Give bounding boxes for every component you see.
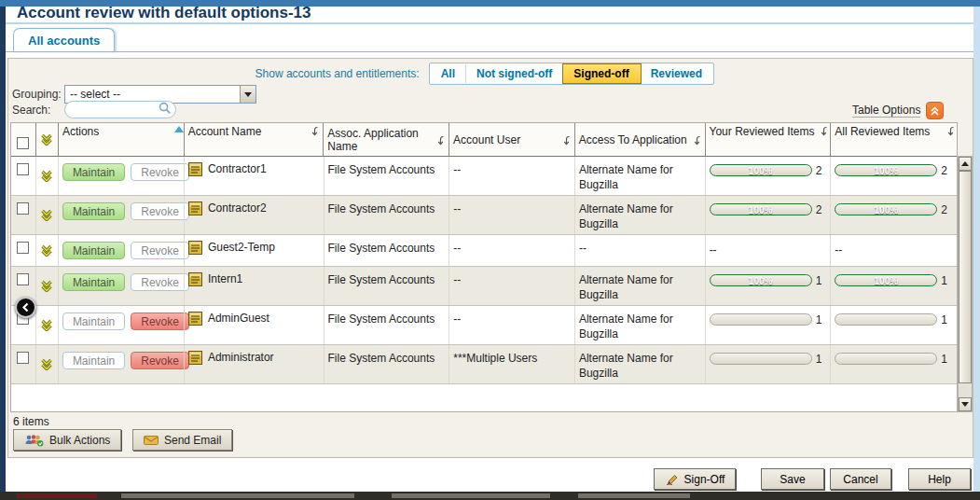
expand-row-icon[interactable]	[35, 306, 58, 344]
revoke-button[interactable]: Revoke	[131, 312, 189, 330]
your-reviewed-progress-bar: 100%	[710, 164, 812, 176]
sort-icon	[563, 135, 571, 146]
account-user: --	[449, 235, 574, 266]
search-label: Search:	[12, 104, 50, 117]
column-header-your-reviewed-items[interactable]: Your Reviewed Items	[705, 123, 831, 156]
filter-all-button[interactable]: All	[431, 64, 466, 83]
sign-off-button[interactable]: Sign-Off	[654, 468, 736, 490]
revoke-button[interactable]: Revoke	[131, 242, 189, 259]
your-reviewed-count: 1	[816, 272, 822, 287]
dropdown-arrow-icon[interactable]	[240, 86, 255, 103]
grouping-selected-value: -- select --	[65, 88, 240, 101]
tab-all-accounts[interactable]: All accounts	[13, 28, 115, 52]
collapse-table-options-icon[interactable]	[926, 102, 944, 119]
select-all-checkbox[interactable]	[17, 137, 29, 149]
expand-all-icon[interactable]	[35, 123, 58, 156]
maintain-button[interactable]: Maintain	[62, 202, 125, 220]
table-row[interactable]: Maintain Revoke Contractor1 File System …	[11, 157, 957, 196]
account-user: --	[449, 306, 574, 344]
revoke-button[interactable]: Revoke	[131, 202, 189, 220]
row-checkbox[interactable]	[17, 242, 29, 254]
expand-row-icon[interactable]	[35, 345, 58, 383]
table-row[interactable]: Maintain Revoke AdminGuest File System A…	[11, 306, 957, 345]
your-reviewed-count: 1	[816, 312, 822, 326]
table-scrollbar[interactable]	[958, 156, 973, 412]
chevron-left-icon	[21, 301, 31, 313]
account-icon	[188, 162, 202, 176]
maintain-button[interactable]: Maintain	[62, 312, 125, 330]
all-reviewed-value: --	[835, 241, 842, 257]
column-header-access-to-application[interactable]: Access To Application	[574, 123, 705, 156]
table-row[interactable]: Maintain Revoke Guest2-Temp File System …	[11, 235, 957, 267]
your-reviewed-count: 1	[816, 351, 822, 366]
bulk-actions-button[interactable]: Bulk Actions	[13, 429, 121, 451]
row-checkbox[interactable]	[17, 352, 29, 364]
column-header-assoc-application[interactable]: Assoc. Application Name	[323, 123, 449, 156]
expand-row-icon[interactable]	[35, 235, 58, 266]
tab-bottom-line	[6, 51, 973, 52]
your-reviewed-progress-bar: 100%	[710, 274, 812, 286]
scroll-down-icon[interactable]	[959, 397, 972, 411]
revoke-button[interactable]: Revoke	[131, 163, 189, 181]
table-row[interactable]: Maintain Revoke Contractor2 File System …	[11, 196, 957, 235]
background-window-strip	[0, 492, 980, 500]
account-icon	[188, 241, 202, 255]
maintain-button[interactable]: Maintain	[62, 352, 125, 369]
all-reviewed-progress-bar: 100%	[835, 274, 937, 286]
all-reviewed-progress-bar	[835, 313, 937, 326]
column-header-account-name[interactable]: Account Name	[184, 123, 324, 156]
window-right-edge	[973, 7, 980, 492]
account-name: Contractor1	[208, 162, 267, 175]
scroll-up-icon[interactable]	[959, 157, 972, 171]
row-checkbox[interactable]	[17, 273, 29, 285]
column-header-all-reviewed-items[interactable]: All Reviewed Items	[830, 123, 957, 156]
previous-arrow-badge[interactable]	[15, 297, 36, 318]
send-email-button[interactable]: Send Email	[132, 429, 232, 451]
maintain-button[interactable]: Maintain	[62, 163, 125, 181]
scrollbar-thumb[interactable]	[959, 171, 972, 383]
account-user: --	[449, 196, 574, 234]
search-box	[64, 101, 176, 118]
your-reviewed-progress-bar	[710, 353, 812, 365]
all-reviewed-count: 2	[941, 162, 947, 177]
row-checkbox[interactable]	[17, 202, 29, 215]
account-name: Intern1	[208, 272, 242, 285]
access-to-application: Alternate Name for Bugzilla	[574, 157, 705, 195]
search-input[interactable]	[73, 104, 159, 117]
sort-icon	[437, 135, 445, 146]
table-row[interactable]: Maintain Revoke Administrator File Syste…	[11, 345, 957, 384]
expand-row-icon[interactable]	[35, 267, 58, 305]
search-icon[interactable]	[159, 102, 172, 118]
pen-icon	[665, 473, 679, 485]
account-user: --	[449, 267, 574, 305]
page-title: Account review with default options-13	[17, 4, 311, 22]
revoke-button[interactable]: Revoke	[131, 352, 189, 369]
help-button[interactable]: Help	[908, 468, 971, 490]
table-row[interactable]: Maintain Revoke Intern1 File System Acco…	[11, 267, 957, 306]
save-button[interactable]: Save	[761, 468, 824, 490]
your-reviewed-count: 2	[816, 201, 822, 216]
application-name: File System Accounts	[324, 235, 449, 266]
people-icon	[24, 434, 44, 447]
column-header-actions[interactable]: Actions	[58, 123, 184, 156]
account-name: AdminGuest	[208, 312, 269, 325]
application-name: File System Accounts	[324, 157, 449, 195]
filter-signed-off-button[interactable]: Signed-off	[563, 64, 640, 83]
maintain-button[interactable]: Maintain	[62, 273, 125, 291]
filter-reviewed-button[interactable]: Reviewed	[641, 64, 712, 83]
account-user: ***Multiple Users	[449, 345, 574, 383]
column-header-account-user[interactable]: Account User	[449, 123, 574, 156]
maintain-button[interactable]: Maintain	[62, 242, 125, 259]
expand-row-icon[interactable]	[35, 196, 58, 234]
filter-not-signed-off-button[interactable]: Not signed-off	[466, 64, 563, 83]
cancel-button[interactable]: Cancel	[830, 468, 891, 490]
expand-row-icon[interactable]	[35, 157, 58, 195]
revoke-button[interactable]: Revoke	[131, 273, 189, 291]
access-to-application: Alternate Name for Bugzilla	[574, 196, 705, 234]
all-reviewed-count: 2	[941, 201, 947, 216]
account-name: Guest2-Temp	[208, 241, 275, 254]
your-reviewed-progress-bar: 100%	[710, 203, 812, 215]
row-checkbox[interactable]	[17, 163, 29, 175]
sort-icon	[311, 126, 319, 137]
table-options-label[interactable]: Table Options	[852, 104, 920, 118]
